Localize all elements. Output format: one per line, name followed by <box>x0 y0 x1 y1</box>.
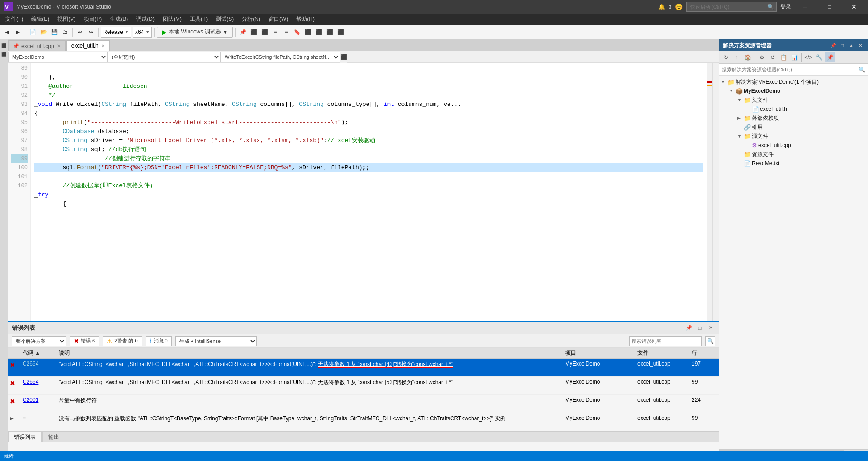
menu-view[interactable]: 视图(V) <box>54 14 79 24</box>
messages-button[interactable]: ℹ 消息 0 <box>146 336 172 346</box>
menu-help[interactable]: 帮助(H) <box>292 14 318 24</box>
col-line-header[interactable]: 行 <box>690 349 717 357</box>
run-button[interactable]: ▶ 本地 Windows 调试器 ▼ <box>157 27 233 38</box>
tree-expand-deps[interactable] <box>737 116 743 120</box>
undo-button[interactable]: ↩ <box>75 27 85 37</box>
save-button[interactable]: 💾 <box>49 27 59 37</box>
tree-headers-folder[interactable]: 📁 头文件 <box>719 95 868 105</box>
errors-button[interactable]: ✖ 错误 6 <box>70 336 99 346</box>
redo-button[interactable]: ↪ <box>86 27 96 37</box>
se-sync-btn[interactable]: ↻ <box>721 52 731 62</box>
error-code-0[interactable]: C2664 <box>21 361 57 367</box>
close-tab-cpp[interactable]: ✕ <box>57 43 61 48</box>
tree-expand-headers[interactable] <box>737 98 743 102</box>
se-close-btn[interactable]: ✕ <box>856 41 864 49</box>
toolbar-btn-14[interactable]: ⬛ <box>335 27 345 37</box>
se-search-icon[interactable]: 🔍 <box>859 67 865 73</box>
se-copy-btn[interactable]: 📋 <box>778 52 788 62</box>
pin-button[interactable]: 📌 <box>238 27 248 37</box>
menu-build[interactable]: 生成(B) <box>106 14 132 24</box>
tab-excel-util-cpp[interactable]: 📌 excel_util.cpp ✕ <box>8 40 66 51</box>
scope-select[interactable]: 整个解决方案 <box>12 336 66 346</box>
tab-excel-util-h[interactable]: excel_util.h ✕ <box>66 40 110 51</box>
maximize-button[interactable]: □ <box>819 0 840 14</box>
error-code-1[interactable]: C2664 <box>21 379 57 385</box>
error-row-3[interactable]: ▶ ≡ 没有与参数列表匹配的 重载函数 "ATL::CStringT<BaseT… <box>8 413 719 431</box>
warnings-button[interactable]: ⚠ 2警告 的 0 <box>103 336 142 346</box>
tree-expand-project[interactable] <box>729 89 735 93</box>
search-errors-button[interactable]: 🔍 <box>705 336 715 346</box>
forward-button[interactable]: ▶ <box>13 27 23 37</box>
scope-selector[interactable]: (全局范围) <box>108 52 221 62</box>
se-refresh-btn[interactable]: ↺ <box>768 52 778 62</box>
close-tab-h[interactable]: ✕ <box>101 43 105 48</box>
se-settings-btn[interactable]: ⚙ <box>757 52 767 62</box>
save-all-button[interactable]: 🗂 <box>60 27 70 37</box>
menu-debug[interactable]: 调试(D) <box>132 14 158 24</box>
tree-excel-util-cpp[interactable]: ⚙ excel_util.cpp <box>719 141 868 150</box>
se-home-btn[interactable]: 🏠 <box>743 52 753 62</box>
toolbar-btn-9[interactable]: ≡ <box>281 27 291 37</box>
tree-project[interactable]: 📦 MyExcelDemo <box>719 86 868 95</box>
build-filter-select[interactable]: 生成 + IntelliSense <box>175 336 257 346</box>
tree-excel-util-h[interactable]: 📄 excel_util.h <box>719 105 868 114</box>
error-row-0[interactable]: ✖ C2664 "void ATL::CStringT<wchar_t,StrT… <box>8 359 719 377</box>
toolbar-btn-7[interactable]: ⬛ <box>259 27 269 37</box>
se-max-btn[interactable]: ▲ <box>847 41 855 49</box>
menu-test[interactable]: 测试(S) <box>212 14 237 24</box>
error-row-2[interactable]: ✖ C2001 常量中有换行符 MyExcelDemo excel_util.c… <box>8 395 719 413</box>
expand-icon-3[interactable]: ▶ <box>10 416 14 421</box>
notification-icon[interactable]: 🔔 <box>658 4 665 10</box>
tree-external-deps[interactable]: 📁 外部依赖项 <box>719 114 868 123</box>
menu-edit[interactable]: 编辑(E) <box>28 14 53 24</box>
menu-file[interactable]: 文件(F) <box>2 14 27 24</box>
toolbar-btn-13[interactable]: ⬛ <box>325 27 335 37</box>
panel-close-btn[interactable]: ✕ <box>706 323 715 333</box>
menu-tools[interactable]: 工具(T) <box>186 14 211 24</box>
code-area[interactable]: 89 90 91 92 93 94 95 96 97 98 99 100 101… <box>8 63 712 321</box>
close-button[interactable]: ✕ <box>844 0 864 14</box>
tree-expand-solution[interactable] <box>721 80 726 84</box>
toolbar-btn-11[interactable]: ⬛ <box>303 27 313 37</box>
tree-sources-folder[interactable]: 📁 源文件 <box>719 132 868 141</box>
tab-output[interactable]: 输出 <box>42 432 65 442</box>
login-button[interactable]: 登录 <box>780 3 791 11</box>
class-selector[interactable]: MyExcelDemo <box>8 52 108 62</box>
nav-collapse-btn[interactable]: ⬛ <box>340 51 347 63</box>
configuration-dropdown[interactable]: Release ▼ <box>101 27 131 38</box>
toolbar-btn-6[interactable]: ⬛ <box>249 27 259 37</box>
col-project-header[interactable]: 项目 <box>563 349 636 357</box>
method-selector[interactable]: WriteToExcel(CString filePath, CString s… <box>221 52 340 62</box>
platform-dropdown[interactable]: x64 ▼ <box>133 27 152 38</box>
col-desc-header[interactable]: 说明 <box>57 349 563 357</box>
menu-team[interactable]: 团队(M) <box>159 14 185 24</box>
tree-readme[interactable]: 📄 ReadMe.txt <box>719 159 868 168</box>
se-pin-btn[interactable]: 📌 <box>829 41 837 49</box>
se-props-btn[interactable]: 📊 <box>789 52 799 62</box>
error-code-2[interactable]: C2001 <box>21 397 57 403</box>
smiley-icon[interactable]: 😊 <box>675 3 683 10</box>
se-search-input[interactable] <box>722 67 857 72</box>
minimize-button[interactable]: ─ <box>795 0 816 14</box>
tree-resources-folder[interactable]: 📁 资源文件 <box>719 150 868 159</box>
menu-project[interactable]: 项目(P) <box>80 14 105 24</box>
scrollbar-vertical[interactable] <box>712 63 719 321</box>
panel-pin-btn[interactable]: 📌 <box>684 323 693 333</box>
se-code-btn[interactable]: </> <box>803 52 813 62</box>
tree-solution[interactable]: 📁 解决方案'MyExcelDemo'(1 个项目) <box>719 77 868 86</box>
bookmark-button[interactable]: 🔖 <box>292 27 302 37</box>
panel-float-btn[interactable]: □ <box>695 323 704 333</box>
se-wrench-btn[interactable]: 🔧 <box>814 52 824 62</box>
tab-error-list[interactable]: 错误列表 <box>8 432 42 442</box>
indent-btn[interactable]: ≡ <box>270 27 280 37</box>
col-code-header[interactable]: 代码 ▲ <box>21 349 57 357</box>
new-file-button[interactable]: 📄 <box>28 27 38 37</box>
tree-references[interactable]: 🔗 引用 <box>719 123 868 132</box>
quick-launch-input[interactable] <box>686 2 777 12</box>
menu-analyze[interactable]: 分析(N) <box>238 14 264 24</box>
se-up-btn[interactable]: ↑ <box>732 52 742 62</box>
tree-expand-sources[interactable] <box>737 134 743 138</box>
back-button[interactable]: ◀ <box>2 27 12 37</box>
search-errors-input[interactable] <box>629 336 702 346</box>
menu-window[interactable]: 窗口(W) <box>265 14 292 24</box>
